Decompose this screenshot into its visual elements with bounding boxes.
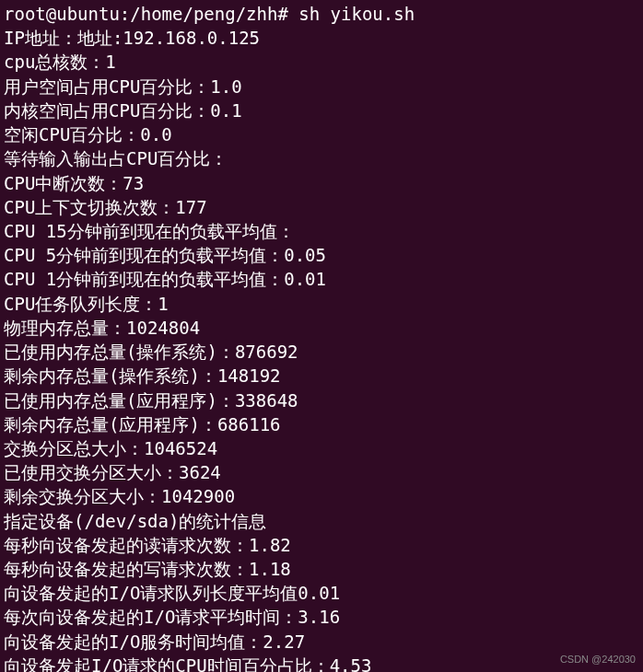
terminal-output-line: 已使用交换分区大小：3624	[4, 460, 639, 484]
terminal-output-line: 等待输入输出占CPU百分比：	[4, 146, 639, 170]
terminal-output-line: CPU 5分钟前到现在的负载平均值：0.05	[4, 243, 639, 267]
terminal-output-line: cpu总核数：1	[4, 50, 639, 74]
terminal-output-line: CPU任务队列长度：1	[4, 292, 639, 316]
terminal-output-line: 每秒向设备发起的读请求次数：1.82	[4, 533, 639, 557]
terminal-output-line: 物理内存总量：1024804	[4, 316, 639, 340]
terminal-output-line: 向设备发起I/O请求的CPU时间百分占比：4.53	[4, 654, 639, 672]
terminal-output-line: 剩余内存总量(操作系统)：148192	[4, 364, 639, 388]
terminal-output-line: CPU上下文切换次数：177	[4, 195, 639, 219]
terminal-output-line: 指定设备(/dev/sda)的统计信息	[4, 509, 639, 533]
terminal-output-line: 每次向设备发起的I/O请求平均时间：3.16	[4, 605, 639, 629]
terminal-output-line: 每秒向设备发起的写请求次数：1.18	[4, 557, 639, 581]
terminal-output-line: CPU 15分钟前到现在的负载平均值：	[4, 219, 639, 243]
terminal-output-line: 交换分区总大小：1046524	[4, 436, 639, 460]
terminal-output-line: CPU 1分钟前到现在的负载平均值：0.01	[4, 267, 639, 291]
terminal-output-line: 剩余交换分区大小：1042900	[4, 484, 639, 508]
terminal-output-line: 向设备发起的I/O请求队列长度平均值0.01	[4, 581, 639, 605]
terminal-prompt: root@ubuntu:/home/peng/zhh# sh yikou.sh	[4, 2, 639, 26]
terminal-output-line: 已使用内存总量(操作系统)：876692	[4, 340, 639, 364]
terminal-output-line: 内核空间占用CPU百分比：0.1	[4, 98, 639, 122]
terminal-output-line: 剩余内存总量(应用程序)：686116	[4, 412, 639, 436]
terminal-output-line: 用户空间占用CPU百分比：1.0	[4, 75, 639, 98]
terminal-output-line: 已使用内存总量(应用程序)：338648	[4, 388, 639, 412]
terminal-output-line: 空闲CPU百分比：0.0	[4, 122, 639, 146]
terminal-output-line: IP地址：地址:192.168.0.125	[4, 26, 639, 50]
terminal-output-line: 向设备发起的I/O服务时间均值：2.27	[4, 630, 639, 654]
terminal-output-line: CPU中断次数：73	[4, 171, 639, 195]
watermark-text: CSDN @242030	[560, 653, 636, 666]
